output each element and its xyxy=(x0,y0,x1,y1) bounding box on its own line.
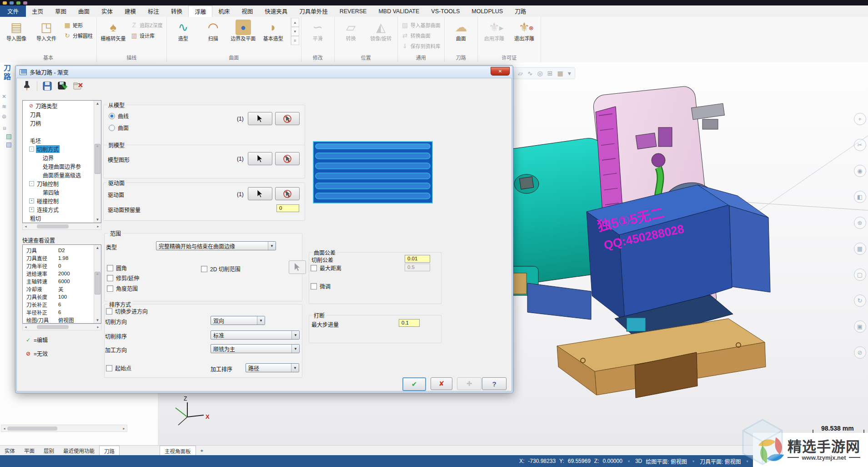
status-y-label[interactable]: Y: xyxy=(559,458,564,464)
max-distance-checkbox[interactable]: 最大距离 xyxy=(311,264,341,272)
tree-item-粗切[interactable]: 粗切 xyxy=(24,214,94,223)
tree-item-第四轴[interactable]: 第四轴 xyxy=(24,188,94,197)
tree-vscrollbar[interactable]: ▲ ≡ ▼ xyxy=(94,101,101,223)
select-button[interactable] xyxy=(248,187,272,200)
tree-item-刀柄[interactable]: 刀柄 xyxy=(24,119,94,127)
app-menu-icon[interactable] xyxy=(3,1,7,5)
status-x-label[interactable]: X: xyxy=(519,458,524,464)
menu-tab-实体[interactable]: 实体 xyxy=(95,5,119,17)
switch-step-checkbox[interactable]: 切换步进方向 xyxy=(106,307,148,315)
scroll-thumb[interactable] xyxy=(37,224,69,228)
menu-tab-快速夹具[interactable]: 快速夹具 xyxy=(259,5,293,17)
delete-operation-icon[interactable] xyxy=(73,81,84,91)
ribbon-button-设计库[interactable]: ▥设计库 xyxy=(129,31,165,40)
status-z-label[interactable]: Z: xyxy=(594,458,599,464)
status-y-value[interactable]: 69.55969 xyxy=(568,458,591,464)
camera-icon[interactable]: ▣ xyxy=(854,320,866,333)
scroll-left-icon[interactable]: ◂ xyxy=(23,325,29,329)
fine-tune-checkbox[interactable]: 微调 xyxy=(311,282,331,290)
menu-tab-视图[interactable]: 视图 xyxy=(236,5,259,17)
bottom-tab-实体[interactable]: 实体 xyxy=(0,446,20,456)
menu-tab-刀具单外挂[interactable]: 刀具单外挂 xyxy=(293,5,334,17)
ok-button[interactable]: ✔ xyxy=(402,377,426,391)
ribbon-button-矩形[interactable]: ▦矩形 xyxy=(62,20,95,30)
fillet-checkbox[interactable]: 圆角 xyxy=(107,264,127,272)
bottom-tab-平面[interactable]: 平面 xyxy=(20,446,39,456)
scroll-down-icon[interactable]: ▼ xyxy=(96,317,100,323)
max-distance-field[interactable]: 0.5 xyxy=(405,264,430,271)
ribbon-button-基本造型[interactable]: ◗基本造型 xyxy=(259,18,288,41)
curve-radio[interactable]: 曲线 xyxy=(109,112,129,120)
menu-tab-REVERSE[interactable]: REVERSE xyxy=(334,5,373,17)
tree-node-icon[interactable] xyxy=(6,142,11,147)
tree-item-处理曲面边界参[interactable]: 处理曲面边界参 xyxy=(24,162,94,171)
deselect-button[interactable] xyxy=(275,152,300,165)
tree-hscrollbar[interactable]: ◂ ▸ xyxy=(22,223,101,230)
deselect-button[interactable] xyxy=(275,112,300,125)
disable-icon[interactable]: ⊘ xyxy=(854,346,866,359)
menu-tab-曲面[interactable]: 曲面 xyxy=(72,5,95,17)
ribbon-button-栅格转矢量[interactable]: ♠栅格转矢量 xyxy=(99,18,128,41)
cancel-button[interactable]: ✘ xyxy=(431,377,452,390)
menu-tab-机床[interactable]: 机床 xyxy=(212,5,236,17)
menu-tab-刀路[interactable]: 刀路 xyxy=(509,5,532,17)
angle-range-checkbox[interactable]: 角度范围 xyxy=(107,284,138,292)
menu-tab-浮雕[interactable]: 浮雕 xyxy=(188,5,212,17)
ribbon-button-导入文件[interactable]: ◳导入文件 xyxy=(32,18,61,41)
save-icon[interactable] xyxy=(42,81,53,91)
bottom-tab-层别[interactable]: 层别 xyxy=(39,446,59,456)
redo-icon[interactable] xyxy=(23,1,27,5)
tool-icon[interactable] xyxy=(21,81,32,91)
ribbon-button-扫描[interactable]: ◠扫描 xyxy=(199,18,228,41)
bottom-tab-刀路[interactable]: 刀路 xyxy=(99,446,120,456)
tree-item-边界[interactable]: 边界 xyxy=(24,153,94,162)
status-mode[interactable]: 3D xyxy=(635,458,642,464)
status-z-value[interactable]: 0.00000 xyxy=(603,458,622,464)
deselect-button[interactable] xyxy=(275,187,300,200)
menu-tab-VS-TOOLS[interactable]: VS-TOOLS xyxy=(425,5,466,17)
tree-item-刀轴控制[interactable]: -刀轴控制 xyxy=(24,179,94,188)
scroll-right-icon[interactable]: ▸ xyxy=(121,426,127,431)
tree-item-碰撞控制[interactable]: +碰撞控制 xyxy=(24,197,94,205)
section-icon[interactable]: ◧ xyxy=(854,191,866,203)
rotate-view-icon[interactable]: ↻ xyxy=(854,294,866,307)
scroll-up-icon[interactable]: ▲ xyxy=(96,245,100,251)
cut-order-dropdown[interactable]: 标准▼ xyxy=(211,330,300,340)
close-icon[interactable]: ✕ xyxy=(2,93,6,100)
trim-extend-checkbox[interactable]: 修剪/延伸 xyxy=(107,274,139,282)
tree-item-刀具[interactable]: 刀具 xyxy=(24,110,94,119)
ribbon-button-边界及平面[interactable]: ●边界及平面 xyxy=(229,18,258,41)
scroll-down-icon[interactable]: ▼ xyxy=(96,217,100,223)
range-select-button[interactable] xyxy=(289,260,306,274)
table-hscrollbar[interactable]: ◂ ▸ xyxy=(22,324,101,330)
scroll-thumb[interactable] xyxy=(7,426,57,431)
crosshair-icon[interactable]: ⊕ xyxy=(854,217,866,229)
tree-node-icon[interactable] xyxy=(6,134,11,139)
panel-hscrollbar[interactable]: ◂ ▸ xyxy=(1,425,127,432)
wave-icon[interactable]: ≋ xyxy=(2,103,6,110)
tree-item-连接方式[interactable]: +连接方式 xyxy=(24,205,94,214)
ribbon-gallery-arrows[interactable]: ▴▾≡ xyxy=(291,18,299,45)
save-icon[interactable] xyxy=(10,1,14,5)
dialog-titlebar[interactable]: 多轴刀路 - 渐变 ✕ xyxy=(16,66,512,78)
grid-icon[interactable]: ▦ xyxy=(557,70,563,77)
scroll-left-icon[interactable]: ◂ xyxy=(1,426,7,431)
lock-icon[interactable]: ⊜ xyxy=(2,113,6,120)
undo-icon[interactable] xyxy=(16,1,20,5)
status-tplane[interactable]: 刀具平面: 俯视图 xyxy=(700,457,741,465)
ribbon-button-分解圆柱[interactable]: ↻分解圆柱 xyxy=(62,31,95,40)
menu-tab-file[interactable]: 文件 xyxy=(0,5,26,17)
start-point-checkbox[interactable]: 起始点 xyxy=(106,364,131,372)
machining-order-dropdown[interactable]: 路径▼ xyxy=(246,363,299,372)
table-vscrollbar[interactable]: ▲ ≡ ▼ xyxy=(94,245,101,323)
zoom-fit-icon[interactable]: ⊞ xyxy=(547,70,553,77)
scroll-left-icon[interactable]: ◂ xyxy=(23,224,29,228)
plus-icon[interactable]: + xyxy=(854,113,866,125)
scroll-thumb[interactable]: ≡ xyxy=(95,144,100,174)
bottom-tab-主视角面板[interactable]: 主视角面板 xyxy=(160,446,196,456)
select-button[interactable] xyxy=(248,112,272,125)
max-step-field[interactable]: 0.1 xyxy=(399,319,420,327)
record-icon[interactable]: ◉ xyxy=(854,165,866,177)
machining-direction-dropdown[interactable]: 顺铣为主▼ xyxy=(211,344,300,353)
menu-tab-转换[interactable]: 转换 xyxy=(165,5,188,17)
